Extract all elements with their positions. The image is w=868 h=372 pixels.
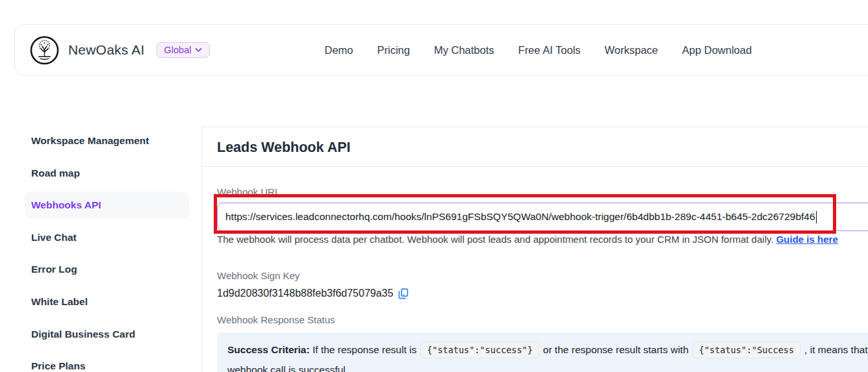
- copy-icon[interactable]: [398, 288, 409, 299]
- guide-link[interactable]: Guide is here: [776, 234, 838, 245]
- region-selector-label: Global: [164, 45, 192, 55]
- criteria-segment-2: or the response result starts with: [543, 344, 689, 356]
- brand-group: NewOaks AI Global: [15, 36, 210, 65]
- nav-item-my-chatbots[interactable]: My Chatbots: [434, 44, 494, 56]
- sidebar-item-price-plans[interactable]: Price Plans: [25, 353, 189, 372]
- sidebar-item-digital-business-card[interactable]: Digital Business Card: [25, 321, 189, 348]
- sidebar-item-live-chat[interactable]: Live Chat: [25, 224, 189, 251]
- status-success-code-chip: {"status":"success"}: [420, 341, 539, 358]
- webhook-api-panel: Leads Webhook API Webhook URL https://se…: [201, 127, 868, 372]
- settings-sidebar: Workspace Management Road map Webhooks A…: [25, 127, 189, 372]
- title-divider: [202, 166, 868, 167]
- main-nav: Demo Pricing My Chatbots Free AI Tools W…: [324, 44, 752, 56]
- response-status-label: Webhook Response Status: [217, 314, 868, 326]
- page-title: Leads Webhook API: [217, 127, 868, 166]
- success-criteria-line1: Success Criteria: If the response result…: [227, 341, 868, 358]
- newoaks-logo-icon: [30, 36, 59, 65]
- top-header-bar: NewOaks AI Global Demo Pricing My Chatbo…: [14, 24, 868, 76]
- webhook-url-value: https://services.leadconnectorhq.com/hoo…: [225, 211, 815, 223]
- nav-item-free-ai-tools[interactable]: Free AI Tools: [518, 44, 581, 56]
- nav-item-workspace[interactable]: Workspace: [605, 44, 658, 56]
- sign-key-label: Webhook Sign Key: [217, 269, 868, 282]
- criteria-segment-1: If the response result is: [310, 344, 417, 356]
- status-success-prefix-code-chip: {"status":"Success: [693, 341, 800, 358]
- nav-item-demo[interactable]: Demo: [324, 44, 353, 56]
- nav-item-pricing[interactable]: Pricing: [377, 44, 409, 56]
- nav-item-app-download[interactable]: App Download: [682, 44, 752, 56]
- sign-key-value: 1d9d20830f3148b88feb3f6d75079a35: [217, 288, 393, 299]
- criteria-segment-3: , it means that the: [804, 344, 868, 356]
- webhook-url-label: Webhook URL: [217, 186, 868, 198]
- sidebar-item-webhooks-api[interactable]: Webhooks API: [25, 192, 189, 219]
- chevron-down-icon: [195, 47, 202, 53]
- brand-name: NewOaks AI: [68, 42, 145, 58]
- success-criteria-line2: webhook call is successful.: [227, 364, 868, 372]
- sign-key-row: 1d9d20830f3148b88feb3f6d75079a35: [217, 288, 868, 299]
- region-selector[interactable]: Global: [157, 42, 211, 58]
- sidebar-item-error-log[interactable]: Error Log: [25, 256, 189, 283]
- success-criteria-box: Success Criteria: If the response result…: [217, 332, 868, 372]
- webhook-url-helper: The webhook will process data per chatbo…: [217, 233, 868, 245]
- webhook-url-helper-text: The webhook will process data per chatbo…: [217, 234, 776, 245]
- webhook-url-input[interactable]: https://services.leadconnectorhq.com/hoo…: [217, 203, 868, 231]
- sidebar-item-road-map[interactable]: Road map: [25, 160, 189, 187]
- text-caret: [816, 211, 817, 223]
- sidebar-item-workspace-management[interactable]: Workspace Management: [25, 127, 189, 155]
- sidebar-item-white-label[interactable]: White Label: [25, 288, 189, 316]
- success-criteria-title: Success Criteria:: [227, 344, 310, 356]
